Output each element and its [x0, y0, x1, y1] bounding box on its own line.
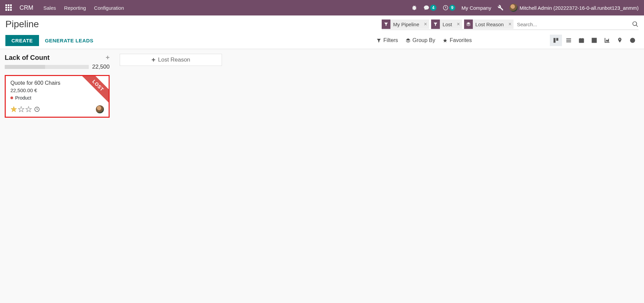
view-switchers — [550, 35, 639, 46]
layers-icon — [464, 20, 473, 29]
search-facet-label: My Pipeline — [390, 20, 422, 29]
nav-link-configuration[interactable]: Configuration — [94, 5, 124, 11]
priority-stars[interactable] — [10, 106, 40, 113]
navbar: CRM Sales Reporting Configuration 4 9 My… — [0, 0, 644, 15]
column-sum: 22,500 — [92, 64, 110, 70]
debug-icon[interactable] — [411, 5, 417, 11]
add-column-button[interactable]: + Lost Reason — [120, 54, 222, 66]
kanban-card[interactable]: LOST Quote for 600 Chairs 22,500.00 € Pr… — [5, 75, 110, 118]
close-icon[interactable]: × — [455, 20, 462, 29]
star-icon[interactable] — [25, 106, 32, 113]
star-icon[interactable] — [10, 106, 17, 113]
user-avatar-icon — [509, 4, 518, 12]
user-name: Mitchell Admin (20222372-16-0-all.runbot… — [520, 5, 639, 11]
search-facet-label: Lost Reason — [473, 20, 506, 29]
search-input[interactable] — [516, 21, 630, 28]
search-box[interactable]: My Pipeline × Lost × Lost Reason — [382, 19, 639, 30]
settings-icon[interactable] — [497, 5, 503, 11]
kanban-column-title[interactable]: Lack of Count — [5, 54, 49, 62]
card-tag: Product — [15, 95, 31, 101]
svg-rect-2 — [557, 38, 558, 41]
search-facet-my-pipeline[interactable]: My Pipeline × — [382, 20, 429, 29]
group-by-label: Group By — [413, 37, 435, 43]
kanban-board: Lack of Count + 22,500 LOST Quote for 60… — [0, 49, 644, 122]
create-button[interactable]: CREATE — [5, 35, 39, 46]
activities-badge: 9 — [449, 5, 456, 11]
search-facet-label: Lost — [440, 20, 455, 29]
close-icon[interactable]: × — [422, 20, 429, 29]
star-icon[interactable] — [18, 106, 25, 113]
plus-icon[interactable]: + — [106, 54, 110, 62]
activity-view-icon[interactable] — [627, 35, 639, 46]
filter-icon — [431, 20, 440, 29]
filters-button[interactable]: Filters — [376, 37, 398, 43]
nav-link-reporting[interactable]: Reporting — [64, 5, 86, 11]
control-bar: Pipeline My Pipeline × Lost × — [0, 15, 644, 49]
nav-link-sales[interactable]: Sales — [43, 5, 56, 11]
group-by-button[interactable]: Group By — [406, 37, 435, 43]
map-view-icon[interactable] — [614, 35, 626, 46]
user-menu[interactable]: Mitchell Admin (20222372-16-0-all.runbot… — [509, 4, 639, 12]
graph-view-icon[interactable] — [601, 35, 613, 46]
generate-leads-button[interactable]: GENERATE LEADS — [45, 38, 93, 43]
filters-label: Filters — [383, 37, 398, 43]
kanban-column: Lack of Count + 22,500 LOST Quote for 60… — [5, 54, 110, 118]
messages-icon[interactable]: 4 — [423, 5, 437, 11]
filter-icon — [382, 20, 390, 29]
search-facet-lost[interactable]: Lost × — [431, 20, 462, 29]
messages-badge: 4 — [430, 5, 437, 11]
pivot-view-icon[interactable] — [588, 35, 600, 46]
favorites-button[interactable]: Favorites — [443, 37, 472, 43]
add-column-label: Lost Reason — [158, 56, 190, 63]
search-icon[interactable] — [632, 21, 639, 28]
favorites-label: Favorites — [450, 37, 472, 43]
svg-rect-1 — [554, 38, 555, 43]
plus-icon: + — [151, 56, 155, 64]
search-facet-lost-reason[interactable]: Lost Reason × — [464, 20, 514, 29]
app-brand[interactable]: CRM — [20, 4, 33, 11]
svg-rect-4 — [592, 38, 597, 43]
svg-rect-3 — [579, 39, 584, 43]
kanban-view-icon[interactable] — [550, 35, 562, 46]
calendar-view-icon[interactable] — [575, 35, 588, 46]
tag-color-icon — [10, 97, 13, 99]
clock-icon[interactable] — [34, 106, 40, 112]
card-amount: 22,500.00 € — [10, 87, 104, 93]
page-title: Pipeline — [5, 19, 39, 30]
progress-bar[interactable] — [5, 65, 89, 69]
apps-icon[interactable] — [5, 4, 12, 11]
close-icon[interactable]: × — [506, 20, 514, 29]
activities-icon[interactable]: 9 — [443, 5, 456, 11]
company-switcher[interactable]: My Company — [461, 5, 491, 11]
list-view-icon[interactable] — [563, 35, 575, 46]
assignee-avatar-icon[interactable] — [96, 105, 104, 113]
